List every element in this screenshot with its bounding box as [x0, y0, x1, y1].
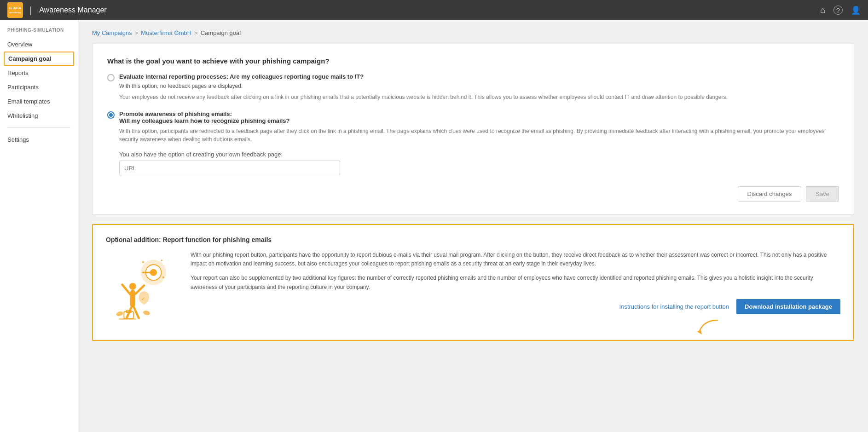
svg-text:✦: ✦	[162, 275, 165, 280]
url-section: You also have the option of creating you…	[119, 151, 839, 175]
url-input[interactable]	[119, 161, 340, 175]
save-button[interactable]: Save	[806, 186, 839, 202]
optional-card-title: Optional addition: Report function for p…	[106, 236, 840, 243]
svg-rect-12	[130, 290, 135, 307]
discard-button[interactable]: Discard changes	[738, 186, 802, 202]
radio-label-2: Promote awareness of phishing emails: Wi…	[119, 110, 839, 124]
radio-btn-2[interactable]	[107, 111, 115, 119]
sidebar: PHISHING-SIMULATION Overview Campaign go…	[0, 20, 78, 432]
sidebar-item-settings[interactable]: Settings	[0, 132, 78, 147]
optional-text: With our phishing report button, partici…	[191, 251, 840, 314]
logo: G DATA academy	[7, 2, 23, 18]
main-content: My Campaigns > Musterfirma GmbH > Campai…	[78, 20, 868, 432]
breadcrumb-sep1: >	[135, 29, 139, 36]
help-icon[interactable]: ?	[833, 6, 843, 15]
radio-desc2-1: With this option, participants are redir…	[119, 127, 839, 144]
sidebar-item-overview[interactable]: Overview	[0, 37, 78, 52]
radio-content-2: Promote awareness of phishing emails: Wi…	[119, 110, 839, 175]
svg-point-21	[143, 310, 150, 316]
breadcrumb-sep2: >	[194, 29, 198, 36]
svg-text:✦: ✦	[141, 259, 145, 265]
topbar-left: G DATA academy | Awareness Manager	[7, 2, 107, 18]
user-icon[interactable]: 👤	[851, 6, 861, 15]
campaign-goal-card: What is the goal you want to achieve wit…	[92, 44, 854, 215]
sidebar-item-reports[interactable]: Reports	[0, 66, 78, 80]
optional-illustration: ✦ ✦ ✦	[106, 251, 179, 329]
breadcrumb-part2[interactable]: Musterfirma GmbH	[141, 29, 191, 36]
sidebar-item-participants[interactable]: Participants	[0, 80, 78, 94]
radio-content-1: Evaluate internal reporting processes: A…	[119, 73, 839, 101]
home-icon[interactable]: ⌂	[820, 6, 825, 15]
optional-para2: Your report can also be supplemented by …	[191, 274, 840, 291]
svg-point-20	[116, 311, 123, 317]
download-button[interactable]: Download installation package	[736, 299, 840, 314]
optional-card: Optional addition: Report function for p…	[92, 224, 854, 341]
breadcrumb-part1[interactable]: My Campaigns	[92, 29, 132, 36]
svg-text:✦: ✦	[160, 259, 163, 263]
breadcrumb: My Campaigns > Musterfirma GmbH > Campai…	[92, 29, 854, 36]
instructions-link[interactable]: Instructions for installing the report b…	[619, 303, 729, 310]
svg-point-11	[129, 283, 136, 290]
layout: PHISHING-SIMULATION Overview Campaign go…	[0, 20, 868, 432]
optional-para1: With our phishing report button, partici…	[191, 251, 840, 268]
svg-rect-19	[119, 318, 136, 320]
url-label: You also have the option of creating you…	[119, 151, 839, 158]
svg-rect-0	[9, 4, 22, 17]
sidebar-divider	[7, 127, 70, 128]
radio-btn-1[interactable]	[107, 74, 115, 81]
svg-text:✓: ✓	[141, 296, 145, 301]
radio-desc1-1: With this option, no feedback pages are …	[119, 82, 839, 90]
app-title: Awareness Manager	[39, 6, 106, 14]
topbar-icons: ⌂ ? 👤	[820, 6, 861, 15]
radio-desc1-2: Your employees do not receive any feedba…	[119, 93, 839, 101]
radio-option-2: Promote awareness of phishing emails: Wi…	[107, 110, 839, 175]
optional-content: ✦ ✦ ✦	[106, 251, 840, 329]
radio-label-1: Evaluate internal reporting processes: A…	[119, 73, 839, 80]
card-title: What is the goal you want to achieve wit…	[107, 57, 839, 65]
svg-marker-23	[697, 330, 702, 334]
svg-text:academy: academy	[9, 11, 21, 14]
svg-line-13	[122, 285, 130, 294]
radio-option-1: Evaluate internal reporting processes: A…	[107, 73, 839, 101]
sidebar-item-campaign-goal[interactable]: Campaign goal	[4, 52, 74, 66]
card-actions: Discard changes Save	[107, 186, 839, 202]
svg-line-16	[133, 306, 139, 318]
sidebar-item-whitelisting[interactable]: Whitelisting	[0, 109, 78, 123]
sidebar-section-title: PHISHING-SIMULATION	[0, 28, 78, 37]
breadcrumb-current: Campaign goal	[201, 29, 241, 36]
svg-text:G DATA: G DATA	[9, 6, 21, 10]
optional-actions: Instructions for installing the report b…	[191, 299, 840, 314]
sidebar-item-email-templates[interactable]: Email templates	[0, 94, 78, 109]
topbar: G DATA academy | Awareness Manager ⌂ ? 👤	[0, 0, 868, 20]
